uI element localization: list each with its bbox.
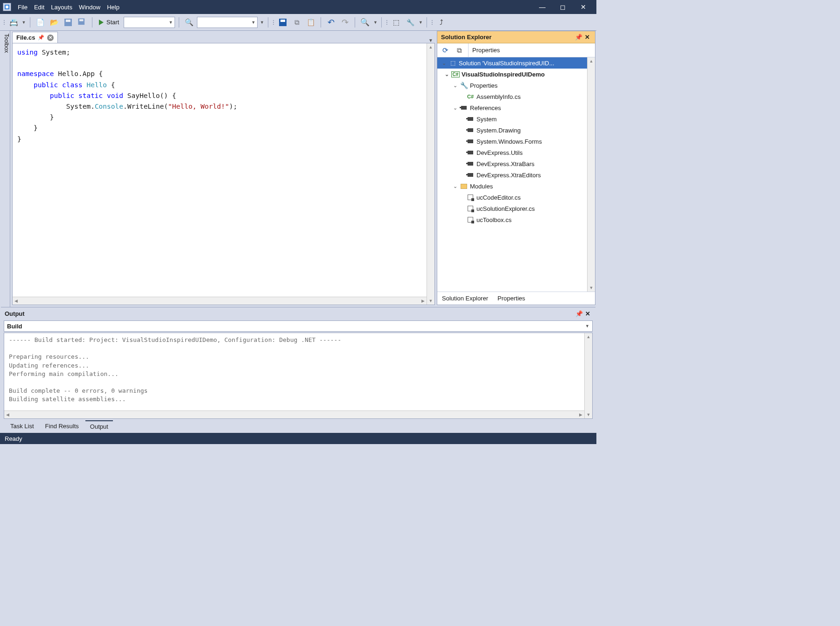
document-tabs: File.cs 📌 ✕ ▼ <box>10 31 437 43</box>
tab-overflow-dropdown[interactable]: ▼ <box>428 38 433 43</box>
main-toolbar: 📇 ▼ 📄 📂 Start ▼ 🔍 ▼ ▼ ⧉ 📋 ↷ ↷ 🔍 ▼ ⬚ 🔧 ▼ … <box>0 14 596 31</box>
tree-module-item[interactable]: ucToolbox.cs <box>437 214 595 225</box>
maximize-button[interactable]: ◻ <box>553 0 573 14</box>
reference-icon <box>466 128 475 132</box>
find-in-files-button[interactable]: 🔍 <box>183 16 195 28</box>
tree-assembly-info[interactable]: C# AssemblyInfo.cs <box>437 91 595 102</box>
tree-references[interactable]: ⌄ References <box>437 102 595 113</box>
extension-button[interactable]: ⬚ <box>390 16 402 28</box>
new-project-dropdown[interactable]: ▼ <box>21 20 26 25</box>
app-logo-icon <box>3 3 11 11</box>
collapse-button[interactable]: ⧉ <box>454 45 464 56</box>
toolbox-tab[interactable]: Toolbox <box>0 31 10 307</box>
code-editor[interactable]: using System; namespace Hello.App { publ… <box>12 43 435 305</box>
horizontal-scrollbar[interactable]: ◀▶ <box>13 297 427 305</box>
vertical-scrollbar[interactable]: ▲▼ <box>427 43 434 305</box>
close-button[interactable]: ✕ <box>573 0 594 14</box>
open-button[interactable]: 📂 <box>48 16 60 28</box>
output-panel: Output 📌 ✕ Build▼ ------ Build started: … <box>1 307 595 433</box>
title-bar: File Edit Layouts Window Help — ◻ ✕ <box>0 0 596 14</box>
save-all-button[interactable] <box>76 16 88 28</box>
tree-project[interactable]: ⌄ C# VisualStudioInspiredUIDemo <box>437 69 595 80</box>
csharp-project-icon: C# <box>451 71 460 77</box>
tree-properties[interactable]: ⌄ 🔧 Properties <box>437 80 595 91</box>
tab-file-cs[interactable]: File.cs 📌 ✕ <box>12 32 58 43</box>
tree-scrollbar[interactable]: ▲▼ <box>587 57 595 292</box>
reference-icon <box>466 173 475 177</box>
search-button[interactable]: 🔍 <box>359 16 371 28</box>
close-tab-icon[interactable]: ✕ <box>47 35 54 41</box>
csharp-file-icon: C# <box>466 94 475 99</box>
usercontrol-icon <box>466 195 475 200</box>
output-hscroll[interactable]: ◀▶ <box>4 410 584 418</box>
close-panel-icon[interactable]: ✕ <box>583 310 592 317</box>
expand-icon[interactable]: ⌄ <box>441 60 447 66</box>
pin-icon[interactable]: 📌 <box>38 35 44 41</box>
expand-icon[interactable]: ⌄ <box>444 71 449 77</box>
usercontrol-icon <box>466 206 475 211</box>
menu-layouts[interactable]: Layouts <box>48 2 75 13</box>
save-button[interactable] <box>62 16 74 28</box>
expand-icon[interactable]: ⌄ <box>452 105 458 111</box>
reference-icon <box>460 106 468 110</box>
minimize-button[interactable]: — <box>532 0 553 14</box>
folder-icon <box>460 184 468 189</box>
save2-button[interactable] <box>277 16 289 28</box>
menu-help[interactable]: Help <box>104 2 122 13</box>
overflow-button[interactable]: ⤴ <box>435 16 448 28</box>
reference-icon <box>466 162 475 166</box>
redo-button[interactable]: ↷ <box>339 16 351 28</box>
new-file-button[interactable]: 📄 <box>34 16 46 28</box>
refresh-button[interactable]: ⟳ <box>440 45 450 56</box>
reference-icon <box>466 139 475 143</box>
tree-solution-root[interactable]: ⌄ ⬚ Solution 'VisualStudioInspiredUID... <box>437 57 595 69</box>
solution-tree: ⌄ ⬚ Solution 'VisualStudioInspiredUID...… <box>437 57 595 292</box>
pin-icon[interactable]: 📌 <box>575 310 583 317</box>
find-dropdown[interactable]: ▼ <box>259 20 264 25</box>
tree-ref-item[interactable]: DevExpress.Utils <box>437 147 595 158</box>
status-bar: Ready <box>0 433 596 444</box>
tab-output[interactable]: Output <box>85 420 113 432</box>
find-combo[interactable]: ▼ <box>197 17 258 28</box>
output-body[interactable]: ------ Build started: Project: VisualStu… <box>4 333 593 419</box>
config-combo[interactable]: ▼ <box>124 17 175 28</box>
close-panel-icon[interactable]: ✕ <box>583 34 591 41</box>
menu-window[interactable]: Window <box>76 2 103 13</box>
settings-dropdown[interactable]: ▼ <box>418 20 423 25</box>
tree-ref-item[interactable]: System.Windows.Forms <box>437 136 595 147</box>
tree-ref-item[interactable]: System <box>437 113 595 125</box>
output-vscroll[interactable]: ▲▼ <box>584 333 592 418</box>
tree-modules[interactable]: ⌄ Modules <box>437 181 595 192</box>
tree-module-item[interactable]: ucCodeEditor.cs <box>437 192 595 203</box>
menu-bar: File Edit Layouts Window Help <box>15 2 122 13</box>
pin-icon[interactable]: 📌 <box>574 34 583 41</box>
solution-explorer-panel: Solution Explorer 📌 ✕ ⟳ ⧉ Properties ⌄ ⬚… <box>437 31 595 305</box>
output-source-combo[interactable]: Build▼ <box>4 320 593 332</box>
panel-tab-properties[interactable]: Properties <box>493 292 530 305</box>
tree-ref-item[interactable]: DevExpress.XtraBars <box>437 158 595 169</box>
tab-task-list[interactable]: Task List <box>6 421 39 431</box>
panel-title: Solution Explorer <box>441 34 574 41</box>
expand-icon[interactable]: ⌄ <box>452 183 458 189</box>
properties-button[interactable]: Properties <box>468 43 500 57</box>
tree-ref-item[interactable]: DevExpress.XtraEditors <box>437 169 595 181</box>
panel-tab-solution[interactable]: Solution Explorer <box>437 292 493 305</box>
menu-edit[interactable]: Edit <box>31 2 47 13</box>
start-button[interactable]: Start <box>96 16 122 28</box>
undo-button[interactable]: ↷ <box>325 16 337 28</box>
new-project-button[interactable]: 📇 <box>7 16 20 28</box>
status-text: Ready <box>5 435 22 442</box>
copy-button[interactable]: ⧉ <box>291 16 303 28</box>
toolbar-grip-icon <box>272 20 275 25</box>
usercontrol-icon <box>466 217 475 223</box>
toolbar-grip-icon <box>385 20 388 25</box>
settings-button[interactable]: 🔧 <box>404 16 416 28</box>
tab-find-results[interactable]: Find Results <box>41 421 84 431</box>
reference-icon <box>466 117 475 121</box>
expand-icon[interactable]: ⌄ <box>452 83 458 89</box>
search-dropdown[interactable]: ▼ <box>373 20 378 25</box>
tree-module-item[interactable]: ucSolutionExplorer.cs <box>437 203 595 214</box>
tree-ref-item[interactable]: System.Drawing <box>437 125 595 136</box>
paste-button[interactable]: 📋 <box>305 16 317 28</box>
menu-file[interactable]: File <box>15 2 30 13</box>
